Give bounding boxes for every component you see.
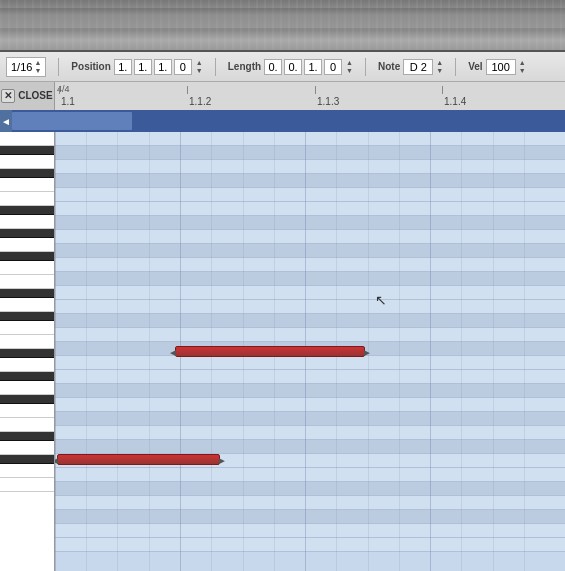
- white-key[interactable]: [0, 381, 55, 395]
- grid-row: [55, 510, 565, 524]
- pos-field-3[interactable]: 1.: [154, 59, 172, 75]
- white-key[interactable]: [0, 418, 55, 432]
- white-key[interactable]: [0, 478, 55, 492]
- snap-selector[interactable]: 1/16 ▲ ▼: [6, 57, 46, 77]
- white-key[interactable]: [0, 261, 55, 275]
- grid-row: [55, 356, 565, 370]
- white-key[interactable]: [0, 155, 55, 169]
- overview-content[interactable]: [12, 110, 565, 132]
- piano-keys: [0, 132, 55, 571]
- vline-sub-3: [149, 132, 150, 571]
- close-button[interactable]: ✕ CLOSE: [0, 82, 55, 110]
- note-right-arrow-2: ►: [217, 454, 227, 465]
- grid-row: [55, 258, 565, 272]
- black-key[interactable]: [0, 349, 55, 358]
- length-spinner[interactable]: ▲ ▼: [346, 59, 353, 75]
- black-key[interactable]: [0, 206, 55, 215]
- position-fields: 1. 1. 1. 0 ▲ ▼: [114, 59, 203, 75]
- ruler-mark-1: 1.1: [59, 82, 75, 110]
- white-key[interactable]: [0, 321, 55, 335]
- grid-area[interactable]: ◄ ► ◄ ► ↖: [55, 132, 565, 571]
- grid-row: [55, 146, 565, 160]
- note-value[interactable]: D 2: [403, 59, 433, 75]
- white-key[interactable]: [0, 238, 55, 252]
- grid-row: [55, 398, 565, 412]
- grid-row: [55, 230, 565, 244]
- white-key[interactable]: [0, 192, 55, 206]
- length-label: Length: [228, 61, 261, 72]
- vline-1: [55, 132, 56, 571]
- overview-highlight: [12, 112, 132, 130]
- pos-field-1[interactable]: 1.: [114, 59, 132, 75]
- grid-row: [55, 482, 565, 496]
- white-key[interactable]: [0, 441, 55, 455]
- vel-spinner[interactable]: ▲ ▼: [519, 59, 526, 75]
- pos-field-2[interactable]: 1.: [134, 59, 152, 75]
- ruler: 4/4 1.1 1.1.2 1.1.3 1.1.4: [55, 82, 565, 110]
- vline-sub-9: [399, 132, 400, 571]
- note-group: Note D 2 ▲ ▼: [378, 59, 443, 75]
- grid-row: [55, 300, 565, 314]
- snap-value: 1/16: [11, 61, 32, 73]
- position-spinner[interactable]: ▲ ▼: [196, 59, 203, 75]
- white-key[interactable]: [0, 404, 55, 418]
- len-field-3[interactable]: 1.: [304, 59, 322, 75]
- grid-row: [55, 216, 565, 230]
- separator-1: [58, 58, 59, 76]
- grid-row: [55, 272, 565, 286]
- grid-row: [55, 202, 565, 216]
- grid-row: [55, 384, 565, 398]
- white-key[interactable]: [0, 464, 55, 478]
- grid-row: [55, 328, 565, 342]
- vline-sub-11: [493, 132, 494, 571]
- grid-row: [55, 188, 565, 202]
- black-key[interactable]: [0, 432, 55, 441]
- white-key[interactable]: [0, 132, 55, 146]
- black-key[interactable]: [0, 312, 55, 321]
- top-image-bar: [0, 0, 565, 52]
- grid-row: [55, 244, 565, 258]
- len-field-2[interactable]: 0.: [284, 59, 302, 75]
- black-key[interactable]: [0, 229, 55, 238]
- black-key[interactable]: [0, 372, 55, 381]
- black-key[interactable]: [0, 455, 55, 464]
- vel-value[interactable]: 100: [486, 59, 516, 75]
- grid-row: [55, 132, 565, 146]
- len-field-4[interactable]: 0: [324, 59, 342, 75]
- overview-left-arrow[interactable]: ◄: [0, 110, 12, 132]
- note-left-arrow-2: ◄: [55, 454, 60, 465]
- separator-2: [215, 58, 216, 76]
- note-label: Note: [378, 61, 400, 72]
- white-key[interactable]: [0, 335, 55, 349]
- white-key[interactable]: [0, 178, 55, 192]
- grid-row: [55, 426, 565, 440]
- pos-field-4[interactable]: 0: [174, 59, 192, 75]
- grid-row: [55, 286, 565, 300]
- black-key[interactable]: [0, 169, 55, 178]
- white-key[interactable]: [0, 298, 55, 312]
- midi-note-1[interactable]: ◄ ►: [175, 346, 365, 357]
- piano-roll-container: ◄ ► ◄ ► ↖: [0, 132, 565, 571]
- black-key[interactable]: [0, 395, 55, 404]
- note-right-arrow-1: ►: [362, 346, 372, 357]
- note-left-arrow-1: ◄: [168, 346, 178, 357]
- toolbar: 1/16 ▲ ▼ Position 1. 1. 1. 0 ▲ ▼ Length …: [0, 52, 565, 82]
- grid-row: [55, 174, 565, 188]
- grid-row: [55, 314, 565, 328]
- note-spinner[interactable]: ▲ ▼: [436, 59, 443, 75]
- snap-spinner[interactable]: ▲ ▼: [34, 59, 41, 75]
- vline-sub-2: [117, 132, 118, 571]
- midi-note-2[interactable]: ◄ ►: [57, 454, 220, 465]
- grid-row: [55, 160, 565, 174]
- white-key[interactable]: [0, 215, 55, 229]
- black-key[interactable]: [0, 289, 55, 298]
- vel-label: Vel: [468, 61, 482, 72]
- black-key[interactable]: [0, 252, 55, 261]
- snap-group: 1/16 ▲ ▼: [6, 57, 46, 77]
- white-key[interactable]: [0, 358, 55, 372]
- grid-row: [55, 370, 565, 384]
- white-key[interactable]: [0, 275, 55, 289]
- len-field-1[interactable]: 0.: [264, 59, 282, 75]
- vline-sub-12: [524, 132, 525, 571]
- black-key[interactable]: [0, 146, 55, 155]
